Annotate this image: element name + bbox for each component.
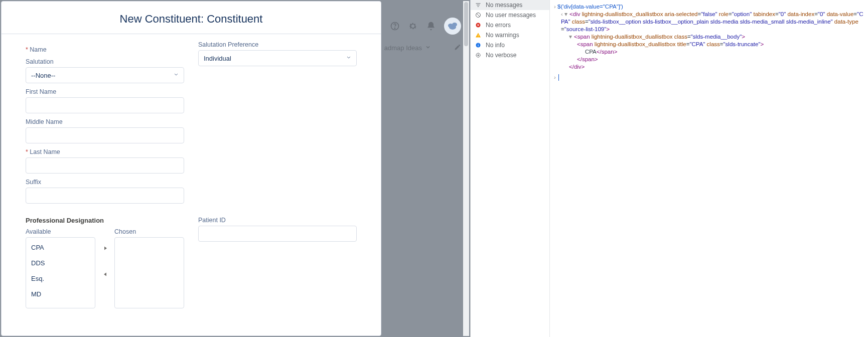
salesforce-pane: admap Ideas New Constituent: Constituent… <box>0 0 470 337</box>
svg-rect-12 <box>478 35 479 36</box>
console-command: $('div[data-value="CPA"]') <box>557 4 623 10</box>
help-icon[interactable] <box>390 21 400 31</box>
prof-designation-label: Professional Designation <box>26 217 184 224</box>
pencil-icon[interactable] <box>454 44 461 52</box>
listbox-option[interactable]: Esq. <box>26 271 95 286</box>
console-cursor[interactable] <box>558 74 559 81</box>
error-icon <box>475 22 482 29</box>
modal-scrollbar[interactable] <box>463 1 469 336</box>
patient-id-label: Patient ID <box>198 217 357 224</box>
filter-label: No info <box>486 42 505 49</box>
console-filter-item[interactable]: No info <box>471 40 549 50</box>
suffix-input[interactable] <box>26 188 184 204</box>
svg-rect-13 <box>478 37 479 37</box>
chevron-down-icon[interactable] <box>425 44 431 52</box>
filter-label: No verbose <box>486 52 516 59</box>
no-user-icon <box>475 12 482 19</box>
devtools-pane: No messagesNo user messagesNo errorsNo w… <box>470 0 868 337</box>
move-right-button[interactable] <box>99 243 110 254</box>
filter-icon <box>475 2 482 9</box>
available-listbox[interactable]: CPADDSEsq.MD <box>26 237 95 308</box>
gear-icon[interactable] <box>408 21 418 31</box>
verbose-icon <box>475 52 482 59</box>
nav-tab-fragment: admap Ideas <box>384 39 470 56</box>
filter-label: No errors <box>486 22 511 29</box>
last-name-label: Last Name <box>26 148 184 155</box>
console-filter-item[interactable]: No errors <box>471 20 549 30</box>
svg-line-10 <box>477 14 480 17</box>
salutation-pref-label: Salutation Preference <box>198 41 357 48</box>
svg-point-2 <box>394 28 395 29</box>
modal-title: New Constituent: Constituent <box>2 2 381 34</box>
filter-label: No warnings <box>486 32 519 39</box>
info-icon <box>475 42 482 49</box>
name-section-label: Name <box>26 46 184 53</box>
console-filter-item[interactable]: No warnings <box>471 30 549 40</box>
first-name-input[interactable] <box>26 97 184 113</box>
console-filter-item[interactable]: No verbose <box>471 50 549 60</box>
salutation-label: Salutation <box>26 58 184 65</box>
salutation-select[interactable]: --None-- <box>26 67 184 83</box>
suffix-label: Suffix <box>26 179 184 186</box>
last-name-input[interactable] <box>26 157 184 174</box>
console-output[interactable]: › $('div[data-value="CPA"]') ‹ ▾<div lig… <box>550 0 868 337</box>
console-filter-item[interactable]: No user messages <box>471 10 549 20</box>
available-label: Available <box>26 228 95 235</box>
avatar[interactable] <box>444 18 461 35</box>
svg-point-17 <box>478 55 479 56</box>
filter-label: No messages <box>486 2 522 9</box>
svg-point-5 <box>449 25 456 30</box>
console-filter-sidebar: No messagesNo user messagesNo errorsNo w… <box>471 0 550 337</box>
first-name-label: First Name <box>26 88 184 95</box>
new-constituent-modal: New Constituent: Constituent Name Saluta… <box>1 1 381 336</box>
chosen-label: Chosen <box>114 228 184 235</box>
chosen-listbox[interactable] <box>114 237 184 308</box>
warn-icon <box>475 32 482 39</box>
listbox-option[interactable]: CPA <box>26 240 95 255</box>
svg-rect-15 <box>478 45 479 47</box>
bell-icon[interactable] <box>426 21 436 31</box>
patient-id-input[interactable] <box>198 226 357 242</box>
svg-rect-16 <box>478 44 479 44</box>
move-left-button[interactable] <box>99 269 110 280</box>
global-header-icons <box>372 16 470 36</box>
console-filter-item[interactable]: No messages <box>471 0 549 10</box>
tab-label[interactable]: admap Ideas <box>384 44 422 52</box>
filter-label: No user messages <box>486 12 536 19</box>
listbox-option[interactable]: DDS <box>26 255 95 271</box>
middle-name-input[interactable] <box>26 127 184 143</box>
salutation-pref-select[interactable]: Individual <box>198 50 357 66</box>
middle-name-label: Middle Name <box>26 118 184 125</box>
listbox-option[interactable]: MD <box>26 286 95 302</box>
